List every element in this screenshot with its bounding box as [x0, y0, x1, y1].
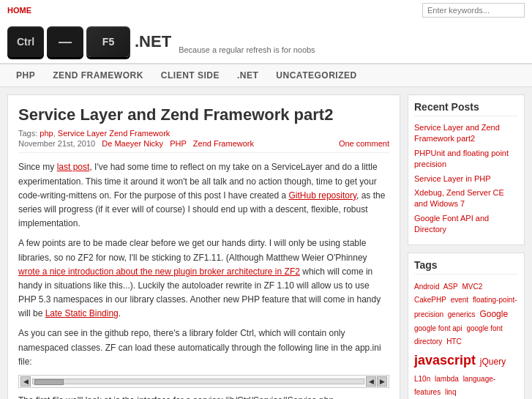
dash-key: — — [47, 26, 83, 57]
meta-comments[interactable]: One comment — [339, 139, 389, 148]
nav-php[interactable]: PHP — [7, 64, 44, 86]
recent-posts-title: Recent Posts — [414, 101, 518, 116]
meta-framework-tag[interactable]: Zend Framework — [193, 139, 254, 148]
header-top: HOME — [0, 0, 532, 20]
tag-google[interactable]: Google — [479, 309, 508, 319]
site-name: .NET — [135, 32, 171, 51]
tags-section-title: Tags — [414, 259, 518, 275]
scroll-left-arrow[interactable]: ◀ — [20, 376, 31, 387]
f5-key: F5 — [86, 26, 130, 57]
meta-left: November 21st, 2010 De Maeyer Nicky PHP … — [18, 139, 254, 148]
tag-l10n[interactable]: L10n — [414, 375, 430, 383]
scroll-right-arrow1[interactable]: ◀ — [366, 376, 376, 387]
recent-post-3[interactable]: Xdebug, Zend Server CE and Widows 7 — [414, 187, 518, 210]
horizontal-scroll[interactable]: ◀ ◀ ▶ — [18, 375, 389, 388]
tags-section: Tags Android ASP MVC2 CakePHP event floa… — [408, 253, 525, 399]
filepath-text: The first file we'll look at is the inte… — [18, 394, 389, 399]
logo-keys: Ctrl — F5 — [7, 26, 130, 57]
article-tags: Tags: php, Service Layer Zend Framework — [18, 129, 389, 138]
article-title: Service Layer and Zend Framework part2 — [18, 105, 389, 124]
body-p1: Since my last post, I've had some time t… — [18, 160, 389, 231]
recent-post-0[interactable]: Service Layer and Zend Framework part2 — [414, 122, 518, 145]
tag-mvc2[interactable]: MVC2 — [462, 283, 483, 291]
home-link[interactable]: HOME — [7, 6, 31, 15]
tag-lambda[interactable]: lambda — [435, 375, 459, 383]
main-layout: Service Layer and Zend Framework part2 T… — [0, 87, 532, 399]
meta-date: November 21st, 2010 — [18, 139, 95, 148]
scroll-thumb — [34, 379, 64, 385]
tag-asp[interactable]: ASP — [443, 283, 458, 291]
tag-php[interactable]: php — [40, 129, 53, 138]
recent-post-4[interactable]: Google Font API and Directory — [414, 213, 518, 236]
nav-dotnet[interactable]: .NET — [228, 64, 267, 86]
last-post-link[interactable]: last post — [57, 162, 90, 172]
search-input[interactable] — [422, 3, 525, 18]
body-p3: As you can see in the github repo, there… — [18, 327, 389, 369]
tag-cakephp[interactable]: CakePHP — [414, 296, 446, 304]
tag-jquery[interactable]: jQuery — [480, 357, 506, 367]
tag-android[interactable]: Android — [414, 283, 439, 291]
tag-linq[interactable]: linq — [445, 388, 457, 396]
tags-cloud: Android ASP MVC2 CakePHP event floating-… — [414, 280, 518, 399]
main-nav: PHP ZEND FRAMEWORK CLIENT SIDE .NET UNCA… — [0, 64, 532, 87]
tag-generics[interactable]: generics — [448, 310, 476, 318]
recent-post-1[interactable]: PHPUnit and floating point precision — [414, 148, 518, 171]
tags-label: Tags: — [18, 129, 37, 138]
ctrl-key: Ctrl — [7, 26, 44, 57]
plugin-broker-link[interactable]: wrote a nice introduction about the new … — [18, 266, 300, 277]
tagline: Because a regular refresh is for noobs — [179, 45, 315, 57]
article-body: Since my last post, I've had some time t… — [18, 160, 389, 399]
tag-gfa[interactable]: google font api — [414, 324, 462, 332]
sidebar: Recent Posts Service Layer and Zend Fram… — [408, 94, 525, 399]
tag-javascript[interactable]: javascript — [414, 353, 476, 368]
tag-service-layer[interactable]: Service Layer — [58, 129, 107, 138]
nav-clientside[interactable]: CLIENT SIDE — [152, 64, 228, 86]
static-binding-link[interactable]: Late Static Binding — [45, 308, 119, 318]
nav-zend[interactable]: ZEND FRAMEWORK — [44, 64, 152, 86]
article-content: Service Layer and Zend Framework part2 T… — [7, 94, 400, 399]
scroll-track — [32, 379, 364, 384]
nav-uncategorized[interactable]: UNCATEGORIZED — [267, 64, 365, 86]
meta-author[interactable]: De Maeyer Nicky — [102, 139, 163, 148]
tag-htc[interactable]: HTC — [446, 338, 462, 346]
logo-area: Ctrl — F5 .NET Because a regular refresh… — [0, 20, 532, 63]
recent-posts-section: Recent Posts Service Layer and Zend Fram… — [408, 94, 525, 245]
recent-post-2[interactable]: Service Layer in PHP — [414, 174, 518, 184]
meta-php-tag[interactable]: PHP — [170, 139, 186, 148]
tag-zend-framework[interactable]: Zend Framework — [109, 129, 170, 138]
scroll-right-arrows: ◀ ▶ — [366, 376, 387, 387]
article-meta: November 21st, 2010 De Maeyer Nicky PHP … — [18, 139, 389, 153]
body-p2: A few points are to be made clear before… — [18, 236, 389, 321]
scroll-right-arrow2[interactable]: ▶ — [377, 376, 387, 387]
github-link[interactable]: GitHub repository — [289, 190, 356, 201]
tag-event[interactable]: event — [451, 296, 468, 304]
header: HOME Ctrl — F5 .NET Because a regular re… — [0, 0, 532, 64]
